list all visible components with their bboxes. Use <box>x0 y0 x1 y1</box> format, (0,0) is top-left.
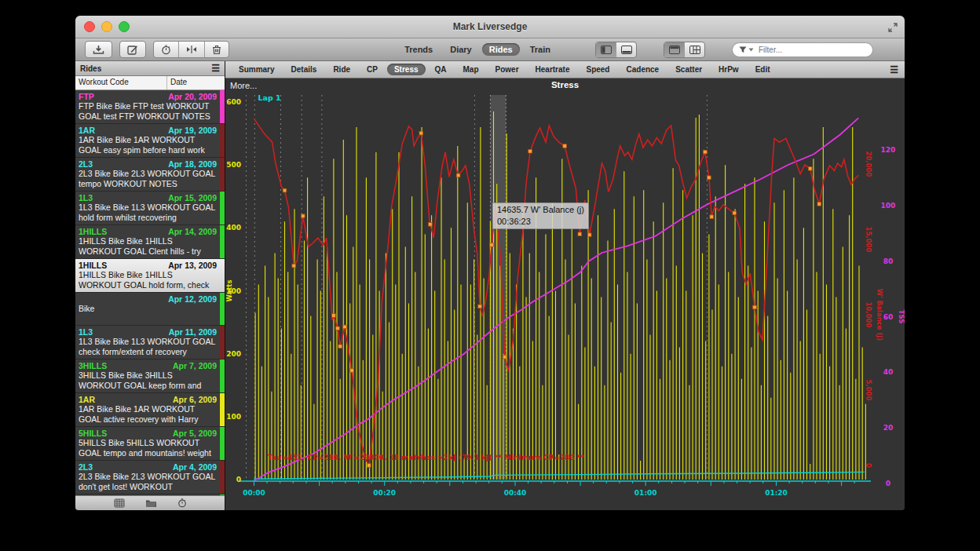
ride-tools-group <box>153 41 229 58</box>
more-link[interactable]: More... <box>230 81 257 90</box>
match-marker <box>708 176 711 180</box>
color-strip <box>220 293 225 325</box>
panel-toggles <box>595 42 637 58</box>
svg-text:01:20: 01:20 <box>765 489 788 497</box>
tab-stress[interactable]: Stress <box>387 64 426 75</box>
svg-text:500: 500 <box>226 161 241 169</box>
tab-summary[interactable]: Summary <box>232 64 282 75</box>
svg-text:00:20: 00:20 <box>373 489 396 497</box>
stopwatch-small-icon[interactable] <box>177 497 187 510</box>
manual-entry-button[interactable] <box>119 41 146 58</box>
tab-power[interactable]: Power <box>488 64 526 75</box>
match-marker <box>332 314 336 318</box>
match-marker <box>710 215 714 219</box>
column-workout-code[interactable]: Workout Code <box>75 76 167 89</box>
tab-map[interactable]: Map <box>456 64 486 75</box>
svg-text:80: 80 <box>883 257 894 265</box>
tab-qa[interactable]: QA <box>428 64 454 75</box>
svg-text:60: 60 <box>883 313 894 321</box>
tab-scatter[interactable]: Scatter <box>668 64 709 75</box>
split-interval-button[interactable] <box>179 42 205 57</box>
tab-cadence[interactable]: Cadence <box>619 64 666 75</box>
workout-code: 1AR <box>79 126 95 135</box>
match-marker <box>478 305 482 308</box>
ride-row[interactable]: 1L3Apr 11, 20091L3 Bike Bike 1L3 WORKOUT… <box>75 326 225 359</box>
bottombar-toggle-button[interactable] <box>616 42 636 57</box>
tab-details[interactable]: Details <box>284 64 324 75</box>
resize-grip-icon[interactable] <box>888 21 898 35</box>
ride-date: Apr 4, 2009 <box>173 462 217 472</box>
scope-tabs: TrendsDiaryRidesTrain <box>397 43 558 56</box>
ride-row[interactable]: 2L3Apr 18, 20092L3 Bike Bike 2L3 WORKOUT… <box>75 158 225 192</box>
scope-tab-train[interactable]: Train <box>523 43 558 56</box>
tiled-view-button[interactable] <box>685 42 704 57</box>
scope-tab-diary[interactable]: Diary <box>443 43 479 56</box>
svg-text:0: 0 <box>865 463 872 468</box>
svg-text:40: 40 <box>883 368 894 376</box>
svg-text:W' Balance (j): W' Balance (j) <box>876 289 883 341</box>
match-marker <box>338 345 342 348</box>
ride-description: 2L3 Bike Bike 2L3 WORKOUT GOAL don't get… <box>79 472 217 491</box>
match-marker <box>578 232 582 236</box>
color-strip <box>220 259 225 292</box>
match-marker <box>368 464 371 468</box>
workout-code: FTP <box>79 92 94 101</box>
color-strip <box>220 326 225 359</box>
svg-text:5,000: 5,000 <box>865 380 872 401</box>
delete-ride-button[interactable] <box>205 42 229 57</box>
ride-row[interactable]: 5HILLSApr 5, 20095HILLS Bike 5HILLS WORK… <box>75 427 225 461</box>
ride-date: Apr 13, 2009 <box>168 261 217 270</box>
calendar-icon[interactable] <box>114 497 125 510</box>
ride-row[interactable]: 2L3Apr 4, 20092L3 Bike Bike 2L3 WORKOUT … <box>75 461 225 494</box>
download-ride-button[interactable] <box>85 41 112 58</box>
ride-row[interactable]: Apr 12, 2009Bike <box>75 293 225 326</box>
match-marker <box>587 233 591 237</box>
tab-edit[interactable]: Edit <box>748 64 777 75</box>
ride-row[interactable]: 3HILLSApr 7, 20093HILLS Bike Bike 3HILLS… <box>75 359 225 393</box>
tooltip-time: 00:36:23 <box>497 216 584 228</box>
ride-row[interactable]: 1ARApr 6, 20091AR Bike Bike 1AR WORKOUT … <box>75 393 225 427</box>
svg-text:00:00: 00:00 <box>243 489 265 497</box>
ride-row[interactable]: FTPApr 20, 2009FTP Bike Bike FTP test WO… <box>75 90 225 124</box>
match-marker <box>490 243 494 247</box>
sidebar-menu-icon[interactable]: ☰ <box>211 63 220 74</box>
stopwatch-button[interactable] <box>154 42 179 57</box>
scope-tab-rides[interactable]: Rides <box>482 43 520 56</box>
ride-row[interactable]: 1HILLSApr 14, 20091HILLS Bike Bike 1HILL… <box>75 225 225 259</box>
single-view-button[interactable] <box>664 42 685 57</box>
ride-row[interactable]: 1ARApr 19, 20091AR Bike Bike 1AR WORKOUT… <box>75 124 225 158</box>
workout-code: 5HILLS <box>79 429 107 438</box>
color-strip <box>220 158 225 191</box>
view-tabbar: SummaryDetailsRideCPStressQAMapPowerHear… <box>225 61 905 78</box>
ride-date: Apr 19, 2009 <box>168 126 217 135</box>
folder-icon[interactable] <box>145 497 157 510</box>
svg-text:0: 0 <box>236 476 241 483</box>
ride-row[interactable]: 1HILLSApr 13, 20091HILLS Bike Bike 1HILL… <box>75 259 225 293</box>
tab-ride[interactable]: Ride <box>326 64 357 75</box>
lap-label: Lap 1 <box>258 93 281 102</box>
match-marker <box>817 203 821 206</box>
color-strip <box>220 124 225 157</box>
sidebar-toggle-button[interactable] <box>596 42 616 57</box>
tab-hrpw[interactable]: HrPw <box>711 64 746 75</box>
ride-description: 5HILLS Bike 5HILLS WORKOUT GOAL tempo an… <box>79 438 217 458</box>
layout-toggles <box>664 42 705 58</box>
tabbar-menu-icon[interactable]: ☰ <box>890 64 898 75</box>
filter-input[interactable] <box>757 45 866 55</box>
toolbar: TrendsDiaryRidesTrain <box>75 38 905 61</box>
tab-cp[interactable]: CP <box>360 64 385 75</box>
tab-heartrate[interactable]: Heartrate <box>528 64 577 75</box>
filter-field[interactable] <box>732 42 873 57</box>
ride-date: Apr 11, 2009 <box>169 327 217 337</box>
stress-chart[interactable]: 00:0000:2000:4001:0001:20010020030040050… <box>225 78 905 510</box>
color-strip <box>220 461 225 494</box>
scope-tab-trends[interactable]: Trends <box>397 43 440 56</box>
ride-list: FTPApr 20, 2009FTP Bike Bike FTP test WO… <box>75 90 225 495</box>
match-marker <box>350 369 354 373</box>
tab-speed[interactable]: Speed <box>579 64 616 75</box>
svg-text:100: 100 <box>226 413 241 421</box>
ride-row[interactable]: 1L3Apr 15, 20091L3 Bike Bike 1L3 WORKOUT… <box>75 192 225 225</box>
column-date[interactable]: Date <box>167 76 190 89</box>
color-strip <box>220 90 225 123</box>
ride-row[interactable]: 1L3Apr 3, 2009 <box>75 494 225 495</box>
